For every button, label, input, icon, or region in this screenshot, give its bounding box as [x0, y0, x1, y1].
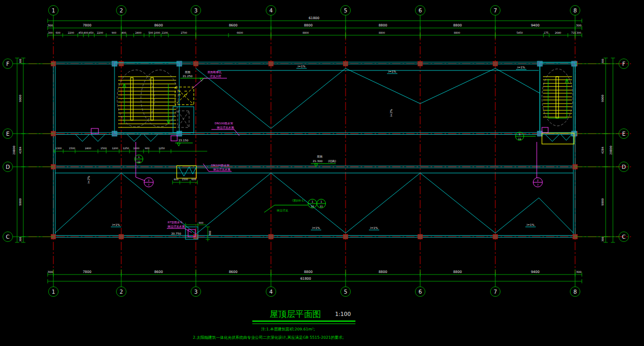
bubble-number: 1 [519, 133, 520, 136]
slope-label: i=1% [112, 223, 120, 226]
roof-hatch [175, 87, 194, 105]
dim-seg: 9000 [19, 198, 22, 206]
elevator-shaft [173, 107, 194, 133]
dim-bay: 8600 [229, 23, 238, 27]
dim-seg: 4284 [601, 147, 604, 154]
slope-label: i=2% [87, 176, 90, 184]
detail-ref: 《苏J08-1》 [291, 199, 307, 203]
dim-seg: 9000 [601, 198, 604, 206]
bubble-number: 2 [537, 179, 538, 182]
grid-bubble-label: 2 [120, 289, 123, 295]
dim-detail: 1500 [182, 178, 188, 181]
dim-detail: 5450 [517, 32, 523, 34]
bubble-number: 12 [137, 161, 140, 163]
bubble-number: 7 [537, 184, 538, 186]
annotation-text: 做法详见水施 [213, 168, 231, 171]
grid-bubble-label: 5 [344, 289, 348, 295]
dim-edge: 300 [576, 270, 582, 273]
dim-detail: 2400 [85, 147, 91, 150]
grid-bubble-label: 7 [494, 7, 497, 13]
left-grid-bubbles: F E D C [3, 59, 13, 242]
dim-detail: 900 [111, 32, 116, 34]
grid-bubble-label: 4 [269, 289, 273, 295]
grid-bubble-label: 1 [52, 289, 55, 295]
dim-detail: 900 [145, 147, 149, 150]
grid-bubble-label: E [6, 131, 10, 137]
dim-detail: 1500 [101, 147, 107, 150]
dim-bay: 7800 [83, 23, 92, 27]
dim-detail: 600 [174, 178, 178, 181]
grid-bubble-label: C [622, 234, 625, 240]
bubble-number: 2 [148, 179, 149, 182]
dim-bay: 7800 [83, 270, 92, 274]
dim-bay: 8800 [453, 270, 462, 274]
corridor-doors [75, 133, 574, 178]
dim-detail: 2400 [135, 32, 141, 34]
slope-label: i=1% [312, 226, 320, 229]
dim-detail: 8800 [454, 32, 460, 34]
grid-bubble-label: 3 [194, 7, 198, 13]
grid-bubble-label: 5 [344, 7, 348, 13]
dim-bay: 8800 [379, 270, 388, 274]
dim-detail: 1500 [69, 147, 75, 150]
cad-canvas: 61800 300 7800 8600 8600 8800 8800 8800 … [0, 0, 644, 346]
dim-detail: 400 [121, 32, 126, 34]
grid-bubble-label: C [6, 234, 9, 240]
grid-bubble-label: E [622, 131, 626, 137]
bubble-number: 1 [138, 156, 139, 158]
bubble-number: 11 [518, 138, 521, 140]
dim-detail: 2700 [181, 32, 187, 34]
dim-detail: 2200 [68, 32, 74, 34]
bottom-dimensions: 300 7800 8600 8600 8800 8800 8800 9400 3… [48, 269, 582, 287]
grid-bubble-label: 6 [419, 289, 422, 295]
slope-label: i=1% [298, 65, 306, 68]
grid-bubble-label: 6 [419, 7, 422, 13]
dim-detail: 2640 [555, 32, 561, 34]
grid-bubble-label: D [622, 164, 626, 170]
level-label: 屋面 [317, 155, 323, 158]
dim-detail: 8800 [379, 32, 385, 34]
dim-overall-right: 20800 [609, 146, 612, 155]
annotation-text: 屋面检修孔 [207, 70, 222, 74]
dim-detail: 2200 [97, 32, 103, 34]
left-stairwell [115, 63, 179, 133]
grid-bubble-label: F [6, 61, 9, 67]
level-value: 23.150 [178, 139, 189, 142]
dim-seg: 4284 [19, 147, 22, 154]
bubble-number: 7 [148, 184, 149, 186]
dim-detail: 6600 [237, 32, 243, 34]
dim-bay: 8800 [304, 23, 313, 27]
dim-seg: 300 [602, 59, 604, 63]
dim-seg: 300 [19, 237, 22, 241]
dim-bay: 9400 [531, 270, 540, 274]
dim-overall-bottom: 61800 [300, 277, 311, 281]
dim-seg: 300 [19, 59, 22, 63]
slope-label: i=1% [527, 223, 535, 226]
dim-edge: 300 [48, 270, 53, 273]
dim-seg: 300 [602, 237, 604, 241]
dim-edge: 300 [576, 32, 581, 34]
annotation-text: DN100雨水管 [211, 164, 230, 167]
grid-bubble-label: 1 [52, 7, 55, 13]
grid-bubble-label: 4 [269, 7, 273, 13]
dim-bay: 8600 [229, 270, 238, 274]
right-grid-bubbles: F E D C [619, 59, 629, 242]
roof-plan-drawing: 61800 300 7800 8600 8600 8800 8800 8800 … [0, 0, 644, 346]
note-line: 2.太阳能建筑一体化光伏系统由专业公司二次深化设计,其应满足GB 5515-20… [193, 335, 344, 340]
dim-edge: 300 [576, 24, 582, 27]
bubble-number: 1 [320, 200, 322, 203]
dim-detail: 1250 [159, 147, 165, 150]
level-value: 21.300 [312, 160, 323, 163]
dim-drain-w: 900 [198, 222, 203, 224]
dim-detail: 500 [148, 32, 153, 34]
dim-bay: 8600 [154, 270, 163, 274]
dim-drain-h: 900 [209, 230, 211, 235]
level-value: 21.250 [182, 75, 193, 78]
slope-label: i=2% [390, 109, 393, 117]
grid-bubble-label: 3 [194, 289, 198, 295]
grid-bubble-label: 8 [574, 7, 577, 13]
dim-bay: 8600 [154, 23, 163, 27]
dim-detail: 400 [83, 32, 88, 34]
dim-detail: 1250 [123, 147, 129, 150]
door-dimension-row: 600 1500 600 [173, 178, 197, 184]
